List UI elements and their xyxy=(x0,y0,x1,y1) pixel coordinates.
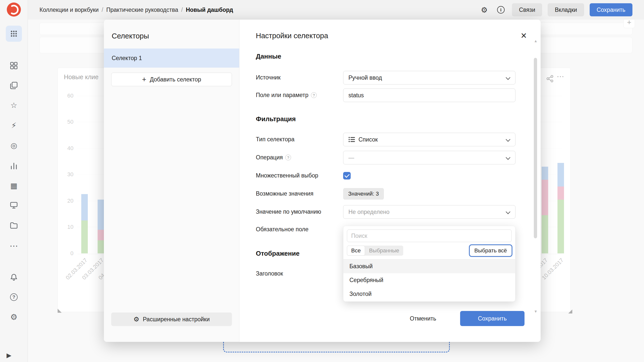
bar-chart-icon[interactable] xyxy=(8,160,20,172)
tabs-button[interactable]: Вкладки xyxy=(548,3,584,16)
breadcrumb-guides[interactable]: Практические руководства xyxy=(106,7,178,13)
multi-choice-label: Множественный выбор xyxy=(256,172,318,179)
header-gear-icon[interactable]: ⚙ xyxy=(479,4,490,15)
top-header: Коллекции и воркбуки / Практические руко… xyxy=(28,0,644,20)
gear-icon: ⚙ xyxy=(133,315,139,323)
breadcrumb-separator: / xyxy=(102,7,103,13)
dropdown-segmented-control: Все Выбранные xyxy=(347,246,403,256)
apps-grid-icon[interactable] xyxy=(6,26,22,42)
relations-button[interactable]: Связи xyxy=(512,3,542,16)
default-value-dropdown: Все Выбранные Выбрать всё Базовый Серебр… xyxy=(343,226,515,302)
selector-type-select[interactable]: Список xyxy=(343,133,515,146)
list-icon xyxy=(348,136,355,143)
possible-values-chip[interactable]: Значений: 3 xyxy=(343,188,384,200)
disc-icon[interactable]: ◎ xyxy=(8,139,20,151)
settings-panel: Настройки селектора × Данные Источник Ру… xyxy=(239,20,541,342)
chevron-down-icon xyxy=(506,75,510,80)
layers-icon[interactable] xyxy=(8,79,20,92)
chevron-down-icon xyxy=(506,209,510,214)
select-all-button[interactable]: Выбрать всё xyxy=(470,245,512,256)
left-sidebar: ☆ ⚡ ◎ ▦ ⋯ ? ⚙ ▶ xyxy=(0,0,28,362)
chevron-down-icon xyxy=(506,155,510,160)
help-circle-icon[interactable]: ? xyxy=(285,155,291,160)
field-label: Поле или параметр ? xyxy=(256,92,317,99)
tab-selected[interactable]: Выбранные xyxy=(365,246,403,255)
possible-values-label: Возможные значения xyxy=(256,190,313,197)
field-input-wrap xyxy=(343,88,515,102)
header-title-label: Заголовок xyxy=(256,270,283,277)
default-value-label: Значение по умолчанию xyxy=(256,208,321,215)
scrollbar-up-icon[interactable]: ▲ xyxy=(534,39,537,43)
field-input[interactable] xyxy=(348,92,510,99)
dropdown-option[interactable]: Базовый xyxy=(343,259,515,273)
breadcrumb-current-dashboard: Новый дашборд xyxy=(186,7,233,13)
section-display-title: Отображение xyxy=(256,250,300,257)
breadcrumb-collections[interactable]: Коллекции и воркбуки xyxy=(39,7,99,13)
bell-icon[interactable] xyxy=(8,271,20,283)
scrollbar-thumb[interactable] xyxy=(534,58,537,238)
expand-sidebar-icon[interactable]: ▶ xyxy=(7,352,11,359)
grid-table-icon[interactable]: ▦ xyxy=(8,179,20,192)
tab-all[interactable]: Все xyxy=(347,246,365,256)
header-save-button[interactable]: Сохранить xyxy=(590,3,632,16)
breadcrumb: Коллекции и воркбуки / Практические руко… xyxy=(39,7,233,13)
selector-list-item[interactable]: Селектор 1 xyxy=(104,49,239,68)
folder-icon[interactable] xyxy=(8,219,20,231)
settings-gear-icon[interactable]: ⚙ xyxy=(8,311,20,323)
advanced-settings-button[interactable]: ⚙ Расширенные настройки xyxy=(111,312,232,326)
four-squares-icon[interactable] xyxy=(8,60,20,72)
breadcrumb-separator: / xyxy=(181,7,183,13)
add-selector-button[interactable]: + Добавить селектор xyxy=(111,73,232,86)
selector-settings-dialog: Селекторы Селектор 1 + Добавить селектор… xyxy=(104,20,541,342)
dropdown-search-input[interactable] xyxy=(351,233,507,239)
dropdown-option[interactable]: Серебряный xyxy=(343,273,515,287)
header-actions: ⚙ i Связи Вкладки Сохранить xyxy=(479,3,632,16)
selector-type-label: Тип селектора xyxy=(256,136,294,143)
help-circle-icon[interactable]: ? xyxy=(311,92,317,98)
selectors-panel-title: Селекторы xyxy=(112,32,149,40)
close-icon[interactable]: × xyxy=(518,30,530,41)
source-select[interactable]: Ручной ввод xyxy=(343,71,515,84)
selectors-panel: Селекторы Селектор 1 + Добавить селектор… xyxy=(104,20,239,342)
settings-panel-title: Настройки селектора xyxy=(256,32,328,40)
dropdown-option[interactable]: Золотой xyxy=(343,287,515,301)
required-field-label: Обязательное поле xyxy=(256,226,308,233)
operation-label: Операция ? xyxy=(256,154,291,161)
cancel-button[interactable]: Отменить xyxy=(404,311,442,326)
dropdown-search-wrap xyxy=(347,230,512,242)
more-ellipsis-icon[interactable]: ⋯ xyxy=(8,240,20,252)
monitor-icon[interactable] xyxy=(8,199,20,211)
dropdown-filter-row: Все Выбранные Выбрать всё xyxy=(347,245,512,256)
save-button[interactable]: Сохранить xyxy=(460,311,525,326)
header-info-icon[interactable]: i xyxy=(495,4,506,15)
lightning-icon[interactable]: ⚡ xyxy=(8,119,20,131)
multi-choice-checkbox[interactable] xyxy=(343,172,351,179)
section-filtration-title: Фильтрация xyxy=(256,115,296,123)
operation-select[interactable]: — xyxy=(343,151,515,164)
star-icon[interactable]: ☆ xyxy=(8,99,20,111)
datalens-logo-icon[interactable] xyxy=(7,3,21,17)
source-label: Источник xyxy=(256,74,280,81)
section-data-title: Данные xyxy=(256,53,281,60)
help-icon[interactable]: ? xyxy=(8,291,20,303)
plus-icon: + xyxy=(142,76,146,83)
default-value-select[interactable]: Не определено xyxy=(343,205,515,219)
chevron-down-icon xyxy=(506,137,510,142)
scrollbar-down-icon[interactable]: ▼ xyxy=(534,309,537,313)
